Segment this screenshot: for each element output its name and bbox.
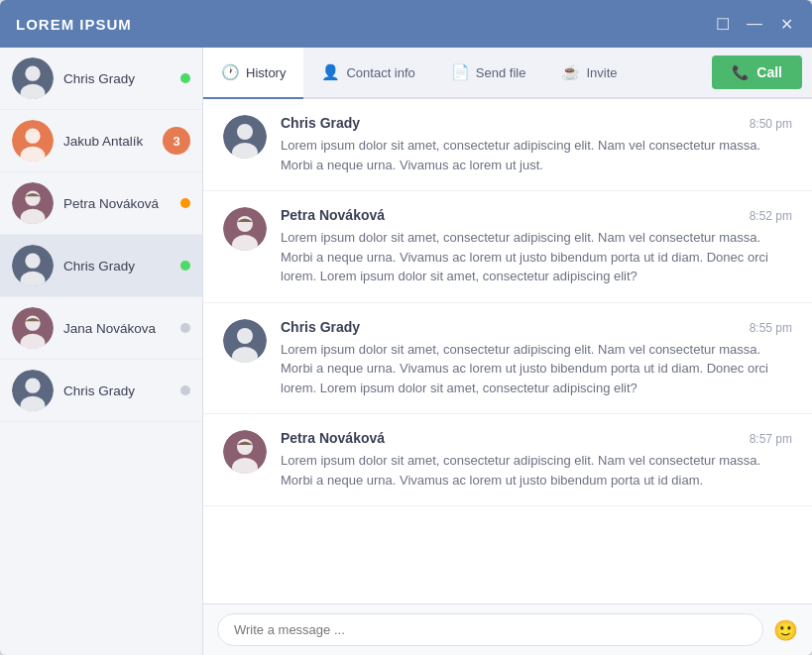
status-indicator [180, 73, 190, 83]
message-time: 8:52 pm [750, 209, 792, 223]
tab-history[interactable]: 🕐 History [203, 48, 303, 99]
message-time: 8:57 pm [750, 432, 792, 446]
contact-name: Jana Novákova [63, 321, 180, 336]
contact-name: Chris Grady [63, 71, 180, 86]
message-text: Lorem ipsum dolor sit amet, consectetur … [281, 340, 792, 398]
sidebar-contact-1[interactable]: Chris Grady [0, 48, 202, 110]
message-avatar [223, 115, 267, 159]
status-indicator [180, 261, 190, 271]
contact-name: Jakub Antalík [63, 134, 163, 149]
call-icon: 📞 [732, 64, 749, 80]
message-header: Chris Grady 8:55 pm [281, 319, 792, 335]
contact-tab-icon: 👤 [321, 63, 340, 81]
svg-point-13 [25, 316, 40, 331]
message-avatar [223, 319, 267, 363]
message-input[interactable] [217, 613, 763, 646]
contact-name: Chris Grady [63, 383, 180, 398]
svg-point-1 [25, 66, 40, 81]
emoji-button[interactable]: 🙂 [773, 618, 798, 642]
avatar [12, 370, 54, 411]
svg-point-4 [25, 129, 40, 144]
title-bar: LOREM IPSUM ☐ — ✕ [0, 0, 812, 48]
history-tab-icon: 🕐 [221, 63, 240, 81]
tab-invite[interactable]: ☕ Invite [543, 48, 635, 99]
message-item: Petra Nováková 8:57 pm Lorem ipsum dolor… [203, 414, 812, 506]
svg-point-19 [237, 124, 253, 140]
message-avatar [223, 207, 267, 251]
tab-contact[interactable]: 👤 Contact info [303, 48, 432, 99]
sidebar: Chris Grady Jakub Antalík 3 Petra Nováko… [0, 48, 203, 655]
contact-name: Petra Nováková [63, 196, 180, 211]
message-header: Chris Grady 8:50 pm [281, 115, 792, 131]
message-text: Lorem ipsum dolor sit amet, consectetur … [281, 451, 792, 490]
sidebar-contact-3[interactable]: Petra Nováková [0, 172, 202, 235]
tab-sendfile[interactable]: 📄 Send file [433, 48, 544, 99]
app-title: LOREM IPSUM [16, 16, 132, 33]
message-sender: Chris Grady [281, 115, 360, 131]
window-controls: ☐ — ✕ [713, 14, 796, 34]
message-item: Chris Grady 8:55 pm Lorem ipsum dolor si… [203, 303, 812, 415]
message-header: Petra Nováková 8:52 pm [281, 207, 792, 223]
main-content: Chris Grady Jakub Antalík 3 Petra Nováko… [0, 48, 812, 655]
maximize-button[interactable]: ☐ [713, 14, 733, 34]
chat-area: 🕐 History 👤 Contact info 📄 Send file ☕ I… [203, 48, 812, 655]
avatar [12, 245, 54, 286]
sidebar-contact-4[interactable]: Chris Grady [0, 235, 202, 297]
message-input-bar: 🙂 [203, 603, 812, 655]
minimize-button[interactable]: — [745, 14, 764, 34]
message-time: 8:50 pm [750, 117, 792, 131]
close-button[interactable]: ✕ [776, 14, 796, 34]
invite-tab-label: Invite [586, 65, 617, 80]
sendfile-tab-icon: 📄 [451, 63, 470, 81]
message-sender: Petra Nováková [281, 430, 385, 446]
svg-point-10 [25, 254, 40, 269]
svg-point-7 [25, 191, 40, 206]
contact-tab-label: Contact info [346, 65, 414, 80]
sidebar-contact-5[interactable]: Jana Novákova [0, 297, 202, 360]
sidebar-contact-6[interactable]: Chris Grady [0, 360, 202, 422]
message-body: Chris Grady 8:55 pm Lorem ipsum dolor si… [281, 319, 792, 398]
status-indicator [180, 323, 190, 333]
app-window: LOREM IPSUM ☐ — ✕ Chris Grady Jaku [0, 0, 812, 655]
message-body: Petra Nováková 8:52 pm Lorem ipsum dolor… [281, 207, 792, 286]
message-body: Petra Nováková 8:57 pm Lorem ipsum dolor… [281, 430, 792, 490]
svg-point-22 [237, 216, 253, 232]
invite-tab-icon: ☕ [561, 63, 580, 81]
message-body: Chris Grady 8:50 pm Lorem ipsum dolor si… [281, 115, 792, 174]
svg-point-25 [237, 328, 253, 344]
svg-point-16 [25, 379, 40, 393]
avatar [12, 120, 54, 162]
message-time: 8:55 pm [750, 321, 792, 335]
avatar [12, 182, 54, 224]
contact-name: Chris Grady [63, 259, 180, 273]
message-avatar [223, 430, 267, 474]
sendfile-tab-label: Send file [476, 65, 526, 80]
svg-point-28 [237, 439, 253, 455]
call-label: Call [756, 64, 782, 80]
avatar [12, 57, 54, 99]
message-item: Petra Nováková 8:52 pm Lorem ipsum dolor… [203, 191, 812, 303]
unread-badge: 3 [163, 127, 190, 155]
message-text: Lorem ipsum dolor sit amet, consectetur … [281, 136, 792, 174]
messages-container[interactable]: Chris Grady 8:50 pm Lorem ipsum dolor si… [203, 99, 812, 603]
message-text: Lorem ipsum dolor sit amet, consectetur … [281, 228, 792, 286]
message-sender: Petra Nováková [281, 207, 385, 223]
message-header: Petra Nováková 8:57 pm [281, 430, 792, 446]
history-tab-label: History [246, 65, 286, 80]
status-indicator [180, 198, 190, 208]
call-button[interactable]: 📞Call [712, 55, 802, 89]
message-sender: Chris Grady [281, 319, 360, 335]
message-item: Chris Grady 8:50 pm Lorem ipsum dolor si… [203, 99, 812, 191]
status-indicator [180, 385, 190, 395]
avatar [12, 307, 54, 349]
tab-bar: 🕐 History 👤 Contact info 📄 Send file ☕ I… [203, 48, 812, 99]
sidebar-contact-2[interactable]: Jakub Antalík 3 [0, 110, 202, 172]
